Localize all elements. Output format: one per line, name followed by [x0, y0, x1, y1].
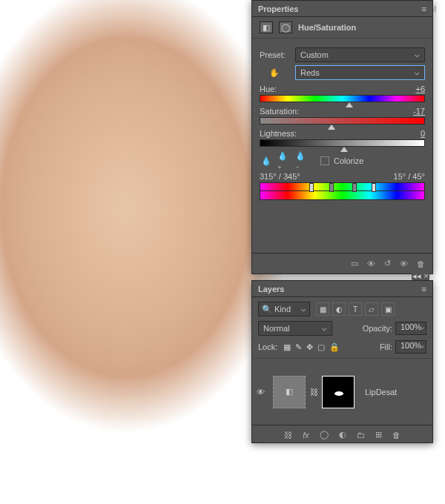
range-l1: 315°: [260, 172, 277, 181]
saturation-value[interactable]: -17: [403, 107, 425, 116]
lightness-label: Lightness:: [260, 129, 297, 138]
adjustment-name: Hue/Saturation: [298, 23, 356, 32]
layers-footer: ⛓ fx ◯ ◐ 🗀 ⊞ 🗑: [252, 425, 432, 444]
view-previous-icon[interactable]: 👁: [367, 259, 375, 268]
fill-input[interactable]: 100%: [395, 340, 426, 354]
opacity-input[interactable]: 100%: [395, 322, 426, 335]
fill-label: Fill:: [380, 342, 392, 351]
eyedropper-subtract-icon[interactable]: 💧₋: [295, 154, 309, 168]
lock-transparency-icon[interactable]: ▦: [283, 342, 291, 352]
visibility-icon[interactable]: 👁: [400, 259, 408, 268]
hue-handle[interactable]: [346, 102, 353, 107]
layer-thumb-adjustment[interactable]: ◧: [273, 376, 306, 408]
eyedropper-icon[interactable]: 💧: [260, 154, 273, 168]
filter-smart-icon[interactable]: ▣: [381, 302, 395, 316]
layers-panel: ◂◂ × Layers ≡ 🔍 Kind ▦ ◐ T ▱ ▣ Normal Op…: [251, 280, 433, 443]
new-layer-icon[interactable]: ⊞: [375, 430, 382, 440]
filter-adjustment-icon[interactable]: ◐: [332, 302, 346, 316]
collapse-icon[interactable]: ◂◂: [412, 0, 421, 1]
properties-footer: ▭ 👁 ↺ 👁 🗑: [252, 253, 432, 273]
blend-mode-dropdown[interactable]: Normal: [258, 321, 332, 336]
reset-icon[interactable]: ↺: [384, 259, 391, 268]
layer-visibility-icon[interactable]: 👁: [257, 388, 268, 397]
layer-name[interactable]: LipDesat: [365, 388, 397, 397]
fill-value: 100%: [400, 341, 421, 350]
panel-menu-icon[interactable]: ≡: [422, 285, 426, 294]
saturation-handle[interactable]: [328, 125, 335, 130]
layer-fx-icon[interactable]: fx: [303, 431, 309, 440]
properties-panel: ◂◂ × Properties ≡ ◧ ◯ Hue/Saturation Pre…: [251, 0, 433, 274]
layers-title: Layers: [258, 285, 284, 294]
lock-artboard-icon[interactable]: ▢: [317, 342, 325, 352]
saturation-label: Saturation:: [260, 107, 299, 116]
layers-titlebar[interactable]: Layers ≡: [252, 281, 432, 297]
color-range-bar[interactable]: [260, 182, 425, 191]
range-r1: 15°: [394, 172, 406, 181]
layers-mini-controls: ◂◂ ×: [412, 271, 429, 280]
hue-label: Hue:: [260, 84, 277, 93]
filter-pixel-icon[interactable]: ▦: [316, 302, 329, 316]
kind-value: Kind: [274, 305, 291, 314]
collapse-icon[interactable]: ◂◂: [412, 271, 421, 281]
properties-title: Properties: [258, 4, 298, 13]
filter-shape-icon[interactable]: ▱: [365, 302, 378, 316]
filter-kind-dropdown[interactable]: 🔍 Kind: [258, 302, 310, 316]
range-l2: 345°: [283, 172, 300, 181]
preset-label: Preset:: [260, 50, 289, 59]
lock-all-icon[interactable]: 🔒: [329, 342, 340, 352]
lock-position-icon[interactable]: ✥: [306, 342, 313, 352]
panel-menu-icon[interactable]: ≡: [422, 4, 426, 13]
lightness-value[interactable]: 0: [403, 129, 425, 138]
adjustment-header: ◧ ◯ Hue/Saturation: [252, 17, 432, 39]
link-layers-icon[interactable]: ⛓: [284, 431, 292, 440]
clip-icon[interactable]: ▭: [351, 259, 358, 268]
color-range-bar-2: [260, 191, 425, 200]
new-group-icon[interactable]: 🗀: [357, 431, 365, 440]
hue-value[interactable]: +6: [403, 84, 425, 93]
mask-link-icon[interactable]: ⛓: [310, 388, 317, 397]
hand-tool-icon[interactable]: ✋: [260, 68, 289, 78]
lock-label: Lock:: [258, 342, 277, 351]
new-adjustment-icon[interactable]: ◐: [339, 430, 346, 440]
add-mask-icon[interactable]: ◯: [320, 430, 329, 440]
search-icon: 🔍: [262, 305, 272, 314]
layer-row[interactable]: 👁 ◧ ⛓ LipDesat: [252, 358, 432, 425]
range-handle-1[interactable]: [309, 183, 314, 192]
opacity-label: Opacity:: [363, 324, 392, 333]
mask-icon[interactable]: ◯: [279, 21, 292, 33]
preset-value: Custom: [300, 50, 329, 59]
lightness-slider[interactable]: [260, 139, 425, 147]
range-handle-3[interactable]: [352, 183, 357, 192]
delete-layer-icon[interactable]: 🗑: [392, 431, 400, 440]
range-r2: 45°: [412, 172, 425, 181]
layer-thumb-mask[interactable]: [322, 376, 355, 408]
lightness-handle[interactable]: [340, 147, 348, 152]
saturation-slider[interactable]: [260, 117, 425, 125]
adjustment-icon[interactable]: ◧: [260, 21, 273, 33]
opacity-value: 100%: [400, 322, 421, 331]
delete-icon[interactable]: 🗑: [417, 259, 425, 268]
colorize-checkbox[interactable]: [320, 156, 329, 165]
eyedropper-add-icon[interactable]: 💧₊: [277, 154, 291, 168]
hue-slider[interactable]: [260, 95, 425, 102]
colorize-label: Colorize: [334, 156, 363, 165]
filter-type-icon[interactable]: T: [349, 302, 362, 316]
close-icon[interactable]: ×: [423, 271, 428, 280]
range-handle-2[interactable]: [329, 183, 334, 192]
preset-dropdown[interactable]: Custom: [295, 47, 425, 62]
blend-value: Normal: [263, 324, 289, 333]
channel-value: Reds: [300, 68, 320, 77]
properties-titlebar[interactable]: Properties ≡: [252, 1, 432, 17]
range-handle-4[interactable]: [372, 183, 376, 192]
lock-pixels-icon[interactable]: ✎: [295, 342, 302, 352]
channel-dropdown[interactable]: Reds: [295, 65, 425, 80]
